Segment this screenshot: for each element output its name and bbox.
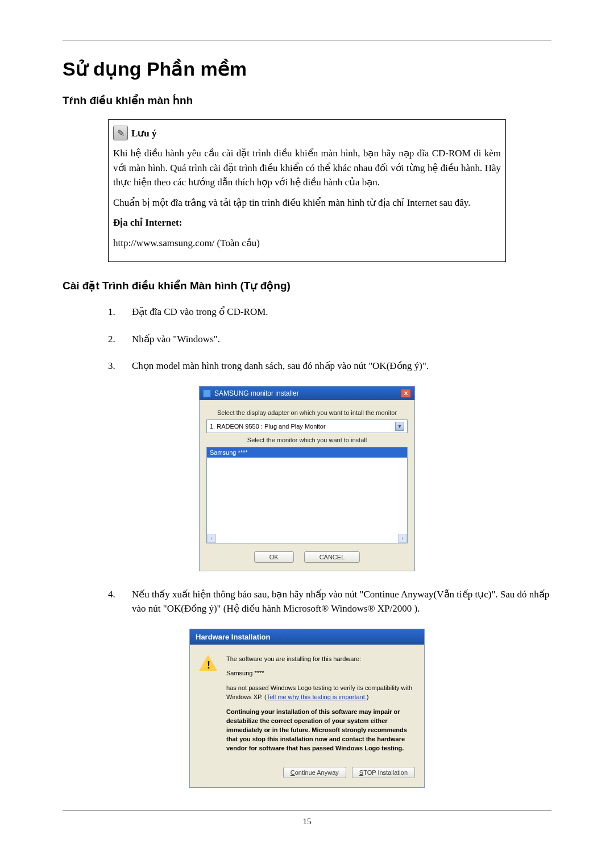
page-title: Sử dụng Phần mềm	[63, 57, 551, 80]
note-icon: ✎	[113, 126, 128, 140]
note-paragraph-2: Chuẩn bị một đĩa trắng và tải tập tin tr…	[113, 196, 501, 210]
note-paragraph-1: Khi hệ điều hành yêu cầu cài đặt trình đ…	[113, 146, 501, 190]
hw-line3: has not passed Windows Logo testing to v…	[226, 684, 415, 702]
hw-line2: Samsung ****	[226, 669, 415, 678]
hardware-installation-dialog: Hardware Installation The software you a…	[189, 629, 425, 788]
section-auto-install: Cài đặt Trình điều khiển Màn hình (Tự độ…	[63, 279, 551, 292]
stop-installation-button[interactable]: STOP Installation	[352, 767, 415, 778]
app-icon	[203, 389, 211, 397]
hw-line1: The software you are installing for this…	[226, 655, 415, 664]
installer-title: SAMSUNG monitor installer	[214, 389, 299, 397]
installer-titlebar: SAMSUNG monitor installer ×	[200, 387, 414, 400]
step-number: 3.	[108, 359, 119, 373]
step-number: 2.	[108, 332, 119, 347]
internet-address-label: Địa chỉ Internet:	[113, 215, 501, 230]
step-number: 4.	[108, 587, 119, 616]
note-title: Lưu ý	[131, 127, 157, 139]
adapter-dropdown[interactable]: 1. RADEON 9550 : Plug and Play Monitor ▼	[206, 420, 408, 433]
continue-anyway-button[interactable]: Continue Anyway	[283, 767, 346, 778]
list-item: 4. Nếu thấy xuất hiện thông báo sau, bạn…	[108, 587, 551, 616]
dropdown-value: 1. RADEON 9550 : Plug and Play Monitor	[210, 423, 326, 430]
list-item: 1. Đặt đĩa CD vào trong ổ CD-ROM.	[108, 305, 551, 319]
list-item: 2. Nhấp vào "Windows".	[108, 332, 551, 347]
monitor-listbox[interactable]: Samsung **** ‹ ›	[206, 447, 408, 543]
list-item: 3. Chọn model màn hình trong danh sách, …	[108, 359, 551, 373]
step-number: 1.	[108, 305, 119, 319]
step-text: Chọn model màn hình trong danh sách, sau…	[132, 359, 429, 373]
warning-icon	[199, 655, 218, 672]
scroll-left-icon[interactable]: ‹	[207, 534, 216, 543]
cancel-button[interactable]: CANCEL	[304, 551, 360, 563]
internet-address-url: http://www.samsung.com/ (Toàn cầu)	[113, 236, 501, 251]
top-rule	[63, 40, 551, 40]
hw-titlebar: Hardware Installation	[190, 629, 424, 645]
hw-warning-text: Continuing your installation of this sof…	[226, 708, 415, 753]
monitor-label: Select the monitor which you want to ins…	[206, 437, 408, 443]
ok-button[interactable]: OK	[254, 551, 294, 563]
page-number: 15	[63, 817, 551, 827]
section-monitor-driver: Tŕnh điều khiển màn h́nh	[63, 94, 551, 107]
close-icon[interactable]: ×	[401, 389, 411, 398]
scroll-right-icon[interactable]: ›	[398, 534, 407, 543]
installer-dialog: SAMSUNG monitor installer × Select the d…	[199, 386, 415, 571]
testing-link[interactable]: Tell me why this testing is important.	[267, 693, 367, 700]
step-text: Nhấp vào "Windows".	[132, 332, 220, 347]
steps-list-cont: 4. Nếu thấy xuất hiện thông báo sau, bạn…	[108, 587, 551, 616]
bottom-rule	[63, 811, 551, 811]
step-text: Đặt đĩa CD vào trong ổ CD-ROM.	[132, 305, 268, 319]
adapter-label: Select the display adapter on which you …	[206, 409, 408, 416]
step-text: Nếu thấy xuất hiện thông báo sau, bạn hã…	[132, 587, 551, 616]
chevron-down-icon[interactable]: ▼	[395, 422, 404, 431]
steps-list: 1. Đặt đĩa CD vào trong ổ CD-ROM. 2. Nhấ…	[108, 305, 551, 373]
listbox-item-selected[interactable]: Samsung ****	[207, 447, 407, 458]
note-box: ✎ Lưu ý Khi hệ điều hành yêu cầu cài đặt…	[108, 119, 506, 262]
